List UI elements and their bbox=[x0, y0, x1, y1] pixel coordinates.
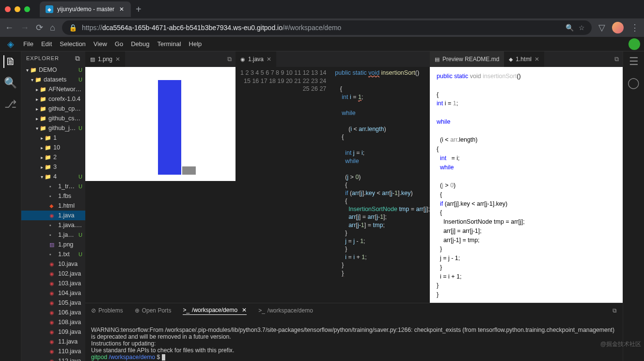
file-item[interactable]: ◉106.java bbox=[21, 308, 85, 317]
menu-edit[interactable]: Edit bbox=[37, 38, 56, 49]
close-icon[interactable]: ✕ bbox=[534, 56, 539, 63]
file-item[interactable]: ▨1.png bbox=[21, 240, 85, 249]
tab-title: yijunyu/demo - master bbox=[57, 6, 114, 13]
folder-item[interactable]: ▾📁4U bbox=[21, 172, 85, 181]
file-item[interactable]: ◉104.java bbox=[21, 288, 85, 298]
watermark: @掘金技术社区 bbox=[600, 340, 641, 348]
file-item[interactable]: ▪1.txtU bbox=[21, 249, 85, 259]
menu-debug[interactable]: Debug bbox=[127, 38, 153, 49]
close-icon[interactable]: ✕ bbox=[115, 56, 120, 63]
file-tree[interactable]: ▾📁DEMOU▾📁datasetsU▸📁AFNetworkin...▸📁core… bbox=[21, 65, 85, 361]
file-item[interactable]: ▪1.fbs bbox=[21, 191, 85, 201]
window-close[interactable] bbox=[5, 6, 11, 12]
profile-avatar[interactable] bbox=[612, 22, 624, 33]
file-item[interactable]: ◉102.java bbox=[21, 269, 85, 279]
folder-item[interactable]: ▾📁datasetsU bbox=[21, 75, 85, 84]
folder-item[interactable]: ▸📁github_cpp_10 bbox=[21, 104, 85, 114]
file-item[interactable]: ◉105.java bbox=[21, 298, 85, 308]
cursor bbox=[162, 354, 165, 361]
url-bar[interactable]: 🔒 https://dca5564a-165b-4671-abc6-b541b3… bbox=[62, 20, 592, 35]
file-item[interactable]: ◉103.java bbox=[21, 279, 85, 288]
java-icon: ◉ bbox=[240, 56, 245, 63]
window-maximize[interactable] bbox=[24, 6, 30, 12]
folder-item[interactable]: ▸📁AFNetworkin... bbox=[21, 84, 85, 94]
search-icon[interactable]: 🔍 bbox=[4, 77, 17, 89]
file-item[interactable]: ◉1.java bbox=[21, 211, 85, 220]
panel-tab[interactable]: ⊘Problems bbox=[91, 307, 123, 314]
split-icon[interactable]: ⧉ bbox=[611, 55, 623, 63]
menu-go[interactable]: Go bbox=[111, 38, 127, 49]
menu-view[interactable]: View bbox=[90, 38, 111, 49]
file-item[interactable]: ◉110.java bbox=[21, 346, 85, 356]
file-item[interactable]: ◉11.java bbox=[21, 337, 85, 346]
pocket-icon[interactable]: ▽ bbox=[598, 22, 605, 33]
chart-bar bbox=[182, 166, 196, 175]
html-icon: ◆ bbox=[509, 56, 513, 63]
gitpod-logo-icon[interactable]: ◈ bbox=[4, 37, 17, 51]
code-editor[interactable]: 1 2 3 4 5 6 7 8 9 10 11 12 13 14 15 16 1… bbox=[236, 67, 430, 303]
explorer-title: EXPLORER bbox=[26, 55, 59, 61]
folder-item[interactable]: ▸📁github_cs_10 bbox=[21, 114, 85, 123]
close-icon[interactable]: ✕ bbox=[118, 6, 125, 13]
folder-item[interactable]: ▾📁github_ja...U bbox=[21, 123, 85, 133]
image-viewer bbox=[85, 67, 236, 303]
file-item[interactable]: ◉10.java bbox=[21, 259, 85, 269]
outline-icon[interactable]: ☰ bbox=[629, 55, 639, 68]
menu-file[interactable]: File bbox=[19, 38, 37, 49]
explorer-icon[interactable]: 🗎 bbox=[3, 55, 16, 68]
user-avatar[interactable] bbox=[628, 38, 640, 50]
html-preview: public static void insertionSort() { int… bbox=[430, 67, 623, 303]
url-text: https://dca5564a-165b-4671-abc6-b541b3be… bbox=[82, 24, 561, 32]
star-icon[interactable]: ☆ bbox=[579, 24, 585, 32]
terminal[interactable]: WARNING:tensorflow:From /workspace/.pip-… bbox=[85, 318, 623, 361]
file-item[interactable]: ◉109.java bbox=[21, 327, 85, 337]
panel-tab[interactable]: >_/workspace/demo bbox=[258, 307, 313, 314]
lock-icon: 🔒 bbox=[69, 24, 77, 32]
collapse-icon[interactable]: ⧉ bbox=[75, 54, 80, 63]
image-icon: ▨ bbox=[90, 56, 95, 63]
gitpod-icon: ◆ bbox=[46, 5, 53, 13]
browser-tab[interactable]: ◆ yijunyu/demo - master ✕ bbox=[40, 1, 131, 17]
folder-item[interactable]: ▾📁DEMOU bbox=[21, 65, 85, 75]
source-control-icon[interactable]: ⎇ bbox=[4, 98, 16, 111]
folder-item[interactable]: ▸📁10 bbox=[21, 143, 85, 152]
folder-item[interactable]: ▸📁1 bbox=[21, 133, 85, 143]
editor-tab-html[interactable]: ◆ 1.html ✕ bbox=[504, 51, 544, 67]
folder-item[interactable]: ▸📁2 bbox=[21, 152, 85, 162]
terminal-output: WARNING:tensorflow:From /workspace/.pip-… bbox=[91, 327, 616, 354]
reload-icon[interactable]: ⟳ bbox=[36, 22, 43, 33]
editor-tab-java[interactable]: ◉ 1.java ✕ bbox=[236, 51, 276, 67]
menu-icon[interactable]: ⋮ bbox=[630, 22, 639, 33]
panel-tab[interactable]: >_/workspace/demo✕ bbox=[183, 307, 247, 315]
file-item[interactable]: ◉108.java bbox=[21, 317, 85, 327]
close-icon[interactable]: ✕ bbox=[267, 56, 271, 63]
file-item[interactable]: ▪1.java.pb bbox=[21, 220, 85, 230]
panel-tab[interactable]: ⊕Open Ports bbox=[135, 307, 172, 314]
menu-selection[interactable]: Selection bbox=[56, 38, 89, 49]
forward-icon[interactable]: → bbox=[20, 23, 29, 33]
new-tab-button[interactable]: + bbox=[136, 4, 141, 15]
window-minimize[interactable] bbox=[15, 6, 20, 12]
file-item[interactable]: ◆1.html bbox=[21, 201, 85, 211]
chart-bar bbox=[158, 80, 181, 175]
menu-terminal[interactable]: Terminal bbox=[153, 38, 185, 49]
file-item[interactable]: ▪1_train....U bbox=[21, 181, 85, 191]
split-icon[interactable]: ⧉ bbox=[223, 55, 236, 63]
editor-tab-png[interactable]: ▨ 1.png ✕ bbox=[85, 51, 125, 67]
home-icon[interactable]: ⌂ bbox=[50, 23, 55, 33]
folder-item[interactable]: ▸📁3 bbox=[21, 162, 85, 172]
search-icon[interactable]: 🔍 bbox=[565, 24, 574, 32]
file-item[interactable]: ▪1.java=3.j...U bbox=[21, 230, 85, 240]
preview-icon: ▤ bbox=[435, 56, 440, 63]
file-item[interactable]: ◉112.java bbox=[21, 356, 85, 361]
menu-help[interactable]: Help bbox=[185, 38, 206, 49]
panel-split-icon[interactable]: ⧉ bbox=[613, 307, 617, 314]
editor-tab-preview[interactable]: ▤ Preview README.md bbox=[430, 51, 504, 67]
github-icon[interactable]: ◯ bbox=[628, 77, 640, 89]
folder-item[interactable]: ▸📁corefx-1.0.4 bbox=[21, 94, 85, 104]
back-icon[interactable]: ← bbox=[5, 23, 14, 33]
